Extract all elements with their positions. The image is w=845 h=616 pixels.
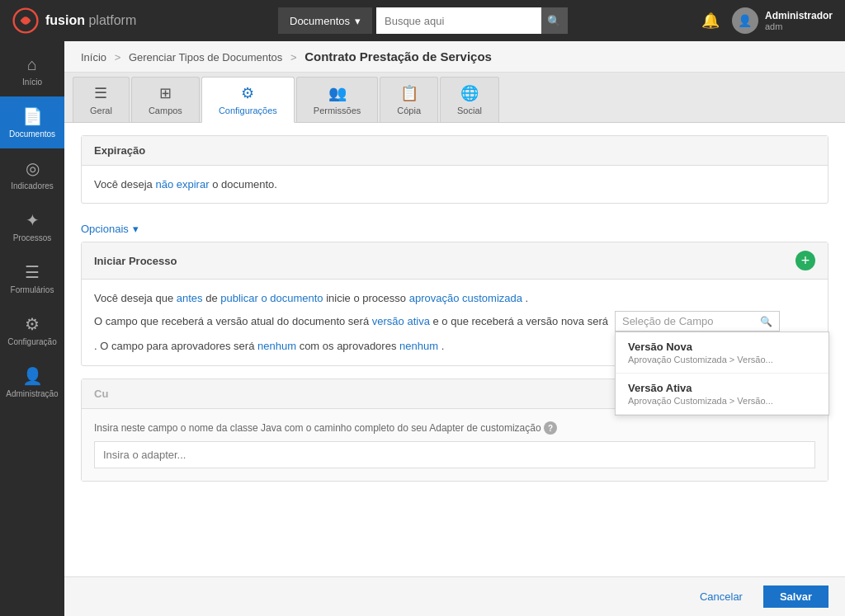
field-selector[interactable]: Seleção de Campo 🔍 xyxy=(615,311,780,332)
user-name: Administrador xyxy=(765,10,833,21)
line2-text-middle: e o que receberá a versão nova será xyxy=(433,315,608,327)
breadcrumb-home[interactable]: Início xyxy=(81,51,106,63)
tab-label-permissoes: Permissões xyxy=(314,106,361,115)
sidebar-item-formularios[interactable]: ☰ Formulários xyxy=(0,252,64,304)
sidebar-item-indicadores[interactable]: ◎ Indicadores xyxy=(0,148,64,200)
iniciar-line1: Você deseja que antes de publicar o docu… xyxy=(94,292,815,304)
process-icon: ✦ xyxy=(26,210,40,230)
breadcrumb-sep2: > xyxy=(290,51,297,63)
sidebar-label-documentos: Documentos xyxy=(9,129,55,139)
expiracao-header: Expiração xyxy=(82,136,828,166)
aprovacao-link[interactable]: aprovação customizada xyxy=(409,292,522,304)
line3-middle: com os aprovadores xyxy=(300,340,397,352)
breadcrumb-sep1: > xyxy=(115,51,121,63)
tab-geral[interactable]: ☰ Geral xyxy=(73,77,130,122)
search-icon: 🔍 xyxy=(547,15,561,27)
iniciar-line2: O campo que receberá a versão atual do d… xyxy=(94,311,815,353)
sidebar-label-inicio: Início xyxy=(22,78,42,87)
dropdown-item-sub-0: Aprovação Customizada > Versão... xyxy=(628,355,816,364)
home-icon: ⌂ xyxy=(27,55,37,74)
document-icon: 📄 xyxy=(22,106,43,126)
tab-configuracoes[interactable]: ⚙ Configurações xyxy=(201,77,295,123)
adapter-label: Insira neste campo o nome da classe Java… xyxy=(94,421,815,435)
campos-icon: ⊞ xyxy=(159,84,172,102)
dropdown-item-title-0: Versão Nova xyxy=(628,341,816,353)
tab-copia[interactable]: 📋 Cópia xyxy=(380,77,438,122)
search-button[interactable]: 🔍 xyxy=(541,7,568,34)
tab-campos[interactable]: ⊞ Campos xyxy=(131,77,200,122)
tab-label-geral: Geral xyxy=(90,106,112,115)
opcionais-toggle[interactable]: Opcionais ▾ xyxy=(64,216,845,242)
cancel-button[interactable]: Cancelar xyxy=(687,585,755,608)
sidebar-item-processos[interactable]: ✦ Processos xyxy=(0,200,64,252)
chevron-down-icon: ▾ xyxy=(355,15,361,27)
docs-dropdown-btn[interactable]: Documentos ▾ xyxy=(278,7,372,34)
help-icon[interactable]: ? xyxy=(544,421,557,435)
top-nav: fusion platform Documentos ▾ 🔍 🔔 👤 Admin… xyxy=(0,0,845,41)
dropdown-item-versao-ativa[interactable]: Versão Ativa Aprovação Customizada > Ver… xyxy=(616,374,828,415)
publicar-link[interactable]: publicar o documento xyxy=(220,292,323,304)
search-bar: 🔍 xyxy=(376,7,568,34)
adapter-input[interactable] xyxy=(94,441,815,468)
iniciar-processo-section: Iniciar Processo + Você deseja que antes… xyxy=(81,242,828,366)
cu-body: Insira neste campo o nome da classe Java… xyxy=(82,409,828,481)
expiracao-text-after: o documento. xyxy=(212,178,277,190)
tab-label-social: Social xyxy=(457,106,482,115)
line1-text-before: Você deseja que xyxy=(94,292,173,304)
cu-title: Cu xyxy=(94,388,108,400)
breadcrumb-current: Contrato Prestação de Serviços xyxy=(304,49,492,63)
tabs: ☰ Geral ⊞ Campos ⚙ Configurações 👥 Permi… xyxy=(64,73,845,123)
sidebar-label-formularios: Formulários xyxy=(11,285,54,294)
footer: Cancelar Salvar xyxy=(64,576,845,616)
permissoes-icon: 👥 xyxy=(328,84,347,102)
sidebar-label-processos: Processos xyxy=(13,233,52,242)
tab-label-campos: Campos xyxy=(149,106,182,115)
expiracao-section: Expiração Você deseja não expirar o docu… xyxy=(81,135,828,204)
breadcrumb: Início > Gerenciar Tipos de Documentos >… xyxy=(64,41,845,73)
nenhum-link-1[interactable]: nenhum xyxy=(257,340,296,352)
copia-icon: 📋 xyxy=(400,84,418,102)
dropdown-item-versao-nova[interactable]: Versão Nova Aprovação Customizada > Vers… xyxy=(616,332,828,374)
avatar: 👤 xyxy=(732,7,758,34)
sidebar-item-documentos[interactable]: 📄 Documentos xyxy=(0,96,64,148)
expiracao-title: Expiração xyxy=(94,144,145,157)
geral-icon: ☰ xyxy=(94,84,107,102)
expiracao-body: Você deseja não expirar o documento. xyxy=(82,166,828,203)
sidebar-item-configuracao[interactable]: ⚙ Configuração xyxy=(0,304,64,356)
field-dropdown: Versão Nova Aprovação Customizada > Vers… xyxy=(615,332,829,416)
main-content: Início > Gerenciar Tipos de Documentos >… xyxy=(64,41,845,616)
indicators-icon: ◎ xyxy=(26,158,40,178)
nao-expirar-link[interactable]: não expirar xyxy=(155,178,209,190)
social-icon: 🌐 xyxy=(460,84,479,102)
user-area: 🔔 👤 Administrador adm xyxy=(701,7,833,34)
bell-icon[interactable]: 🔔 xyxy=(701,12,720,30)
antes-link[interactable]: antes xyxy=(177,292,203,304)
chevron-down-icon: ▾ xyxy=(133,223,139,235)
sidebar-item-inicio[interactable]: ⌂ Início xyxy=(0,45,64,96)
sidebar-item-administracao[interactable]: 👤 Administração xyxy=(0,356,64,408)
versao-ativa-link[interactable]: versão ativa xyxy=(372,315,430,327)
user-text: Administrador adm xyxy=(765,10,833,31)
nenhum-link-2[interactable]: nenhum xyxy=(399,340,438,352)
opcionais-label: Opcionais xyxy=(81,223,129,235)
save-button[interactable]: Salvar xyxy=(763,585,828,608)
field-selector-placeholder: Seleção de Campo xyxy=(622,315,714,327)
iniciar-body: Você deseja que antes de publicar o docu… xyxy=(82,280,828,365)
sidebar: ⌂ Início 📄 Documentos ◎ Indicadores ✦ Pr… xyxy=(0,41,64,616)
configuracoes-icon: ⚙ xyxy=(241,84,254,102)
iniciar-header: Iniciar Processo + xyxy=(82,242,828,280)
user-role: adm xyxy=(765,21,833,31)
expiracao-text-before: Você deseja xyxy=(94,178,153,190)
tab-social[interactable]: 🌐 Social xyxy=(440,77,499,122)
breadcrumb-parent[interactable]: Gerenciar Tipos de Documentos xyxy=(129,51,282,63)
field-selector-container: Seleção de Campo 🔍 Versão Nova Aprovação… xyxy=(615,311,780,332)
search-area: Documentos ▾ 🔍 xyxy=(161,7,685,34)
iniciar-title: Iniciar Processo xyxy=(94,255,177,267)
tab-permissoes[interactable]: 👥 Permissões xyxy=(296,77,378,122)
tab-label-copia: Cópia xyxy=(397,106,421,115)
tab-label-configuracoes: Configurações xyxy=(219,106,277,115)
search-input[interactable] xyxy=(376,7,541,34)
add-processo-btn[interactable]: + xyxy=(795,251,815,270)
logo-icon xyxy=(12,7,39,34)
user-info[interactable]: 👤 Administrador adm xyxy=(732,7,833,34)
